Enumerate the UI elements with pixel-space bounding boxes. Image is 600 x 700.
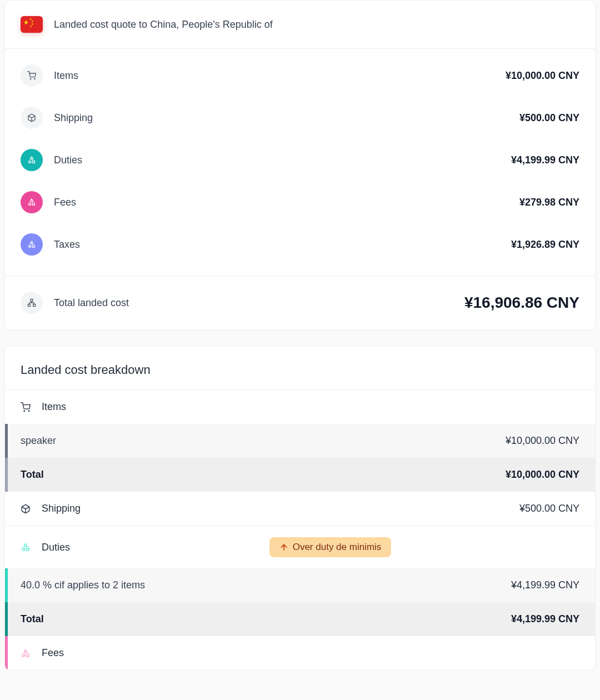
summary-items-label: Items <box>54 70 506 82</box>
svg-point-19 <box>22 548 25 551</box>
svg-rect-20 <box>27 548 29 551</box>
summary-row-taxes: Taxes ¥1,926.89 CNY <box>21 223 579 266</box>
svg-point-15 <box>24 411 25 412</box>
svg-marker-3 <box>30 157 33 159</box>
shapes-icon <box>21 191 43 213</box>
breakdown-items-label: Items <box>42 401 66 413</box>
landed-cost-summary-card: ★ ★ ★ ★ ★ Landed cost quote to China, Pe… <box>4 0 596 330</box>
summary-fees-value: ¥279.98 CNY <box>519 197 579 208</box>
breakdown-shipping-row: Shipping ¥500.00 CNY <box>5 492 595 526</box>
duty-desc: 40.0 % cif applies to 2 items <box>21 579 511 591</box>
breakdown-duties-header: Duties Over duty de minimis <box>5 526 595 568</box>
package-icon <box>21 107 43 129</box>
summary-shipping-label: Shipping <box>54 112 519 124</box>
breakdown-fees-header: Fees <box>5 636 595 670</box>
svg-point-7 <box>29 203 31 205</box>
breakdown-shipping-value: ¥500.00 CNY <box>519 503 579 514</box>
items-total-label: Total <box>21 469 506 481</box>
svg-point-23 <box>22 654 25 657</box>
summary-header: ★ ★ ★ ★ ★ Landed cost quote to China, Pe… <box>5 1 595 49</box>
summary-duties-value: ¥4,199.99 CNY <box>511 154 579 166</box>
flag-china-icon: ★ ★ ★ ★ ★ <box>21 16 43 33</box>
breakdown-item-row: speaker ¥10,000.00 CNY <box>5 424 595 458</box>
svg-point-16 <box>28 411 29 412</box>
svg-point-4 <box>29 161 31 163</box>
svg-point-0 <box>30 78 31 79</box>
summary-list: Items ¥10,000.00 CNY Shipping ¥500.00 CN… <box>5 49 595 276</box>
item-name: speaker <box>21 435 506 447</box>
breakdown-title: Landed cost breakdown <box>5 346 595 390</box>
package-icon <box>21 504 31 514</box>
summary-fees-label: Fees <box>54 197 519 208</box>
breakdown-items-header: Items <box>5 390 595 424</box>
duty-value: ¥4,199.99 CNY <box>511 579 579 591</box>
badge-text: Over duty de minimis <box>293 542 382 553</box>
svg-marker-22 <box>24 649 27 652</box>
cart-icon <box>21 402 31 412</box>
duties-total-value: ¥4,199.99 CNY <box>511 613 579 625</box>
breakdown-duties-label: Duties <box>42 542 70 553</box>
item-value: ¥10,000.00 CNY <box>506 435 579 447</box>
summary-title: Landed cost quote to China, People's Rep… <box>54 19 273 31</box>
shapes-icon <box>21 149 43 171</box>
svg-point-10 <box>29 245 31 247</box>
summary-shipping-value: ¥500.00 CNY <box>519 112 579 124</box>
summary-taxes-label: Taxes <box>54 239 511 251</box>
svg-marker-18 <box>24 543 27 546</box>
shapes-icon <box>21 233 43 256</box>
svg-marker-6 <box>30 199 33 202</box>
summary-row-items: Items ¥10,000.00 CNY <box>21 54 579 97</box>
arrow-up-icon <box>279 543 288 552</box>
svg-rect-24 <box>27 654 29 657</box>
summary-total-label: Total landed cost <box>54 297 464 309</box>
svg-rect-5 <box>32 161 34 163</box>
breakdown-shipping-label: Shipping <box>42 503 508 514</box>
summary-row-duties: Duties ¥4,199.99 CNY <box>21 139 579 181</box>
duties-total-label: Total <box>21 613 511 625</box>
shapes-icon <box>21 648 31 658</box>
svg-rect-8 <box>32 203 34 205</box>
items-total-value: ¥10,000.00 CNY <box>506 469 579 481</box>
breakdown-items-total: Total ¥10,000.00 CNY <box>5 458 595 492</box>
summary-total-row: Total landed cost ¥16,906.86 CNY <box>5 276 595 329</box>
shapes-icon <box>21 542 31 552</box>
svg-rect-11 <box>32 245 34 247</box>
sitemap-icon <box>21 292 43 314</box>
summary-duties-label: Duties <box>54 154 511 166</box>
breakdown-duties-total: Total ¥4,199.99 CNY <box>5 602 595 636</box>
summary-items-value: ¥10,000.00 CNY <box>506 70 579 82</box>
summary-row-fees: Fees ¥279.98 CNY <box>21 181 579 223</box>
summary-total-value: ¥16,906.86 CNY <box>464 294 579 312</box>
svg-point-1 <box>34 78 35 79</box>
svg-marker-9 <box>30 241 33 244</box>
over-de-minimis-badge: Over duty de minimis <box>269 537 392 557</box>
breakdown-fees-label: Fees <box>42 647 64 659</box>
breakdown-duty-row: 40.0 % cif applies to 2 items ¥4,199.99 … <box>5 568 595 602</box>
summary-row-shipping: Shipping ¥500.00 CNY <box>21 97 579 139</box>
landed-cost-breakdown-card: Landed cost breakdown Items speaker ¥10,… <box>4 346 596 671</box>
cart-icon <box>21 64 43 87</box>
summary-taxes-value: ¥1,926.89 CNY <box>511 239 579 251</box>
